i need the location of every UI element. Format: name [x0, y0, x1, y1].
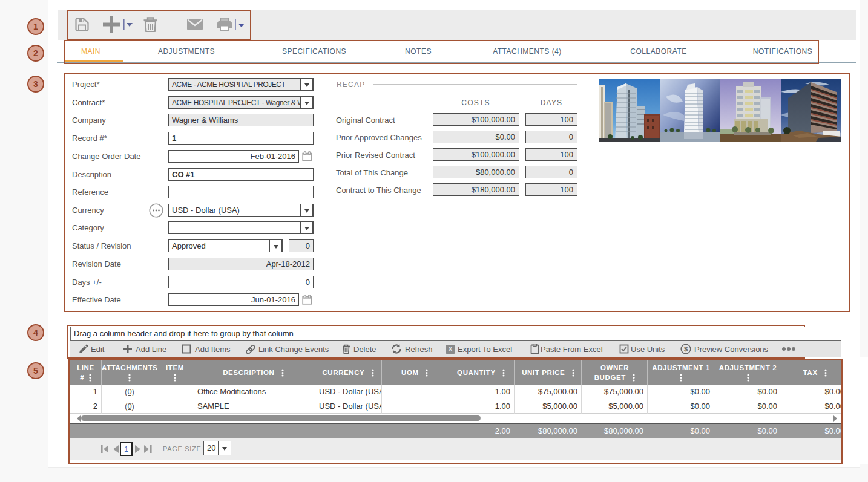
svg-text:$: $: [684, 345, 688, 353]
